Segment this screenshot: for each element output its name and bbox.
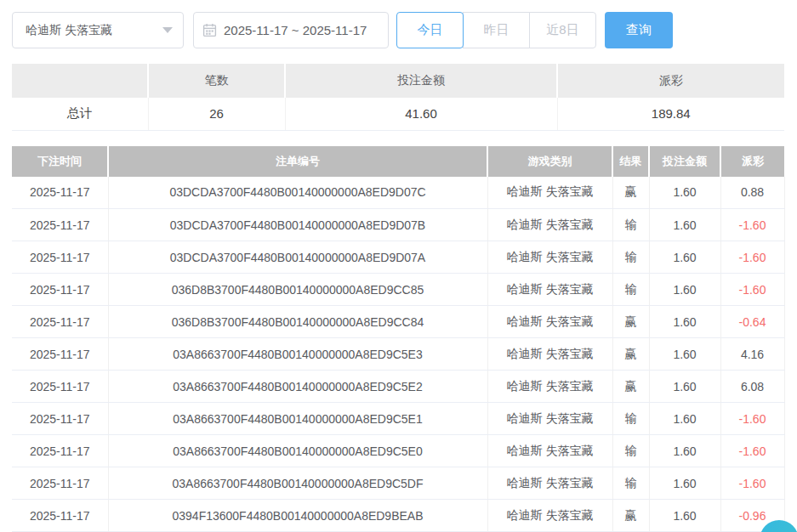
- cell-bet-time: 2025-11-17: [12, 371, 108, 403]
- cell-result: 赢: [612, 338, 649, 371]
- cell-result: 输: [612, 467, 649, 500]
- cell-bet-id: 03A8663700F4480B00140000000A8ED9C5E3: [108, 338, 487, 371]
- cell-result: 赢: [612, 306, 649, 338]
- cell-bet-id: 036D8B3700F4480B00140000000A8ED9CC84: [108, 306, 487, 338]
- cell-result: 输: [612, 209, 649, 241]
- summary-total-count: 26: [148, 98, 285, 130]
- cell-bet-amount: 1.60: [649, 371, 720, 403]
- table-row: 2025-11-17 03A8663700F4480B00140000000A8…: [12, 338, 784, 371]
- cell-bet-time: 2025-11-17: [12, 241, 108, 274]
- summary-header-bet-amount: 投注金额: [285, 64, 557, 98]
- cell-payout: -1.60: [720, 241, 784, 274]
- header-bet-amount: 投注金额: [649, 146, 720, 177]
- cell-game-type: 哈迪斯 失落宝藏: [487, 403, 612, 435]
- header-payout: 派彩: [720, 146, 784, 177]
- cell-payout: -1.60: [720, 467, 784, 500]
- cell-bet-time: 2025-11-17: [12, 403, 108, 435]
- cell-result: 输: [612, 403, 649, 435]
- cell-result: 输: [612, 241, 649, 274]
- cell-bet-amount: 1.60: [649, 274, 720, 306]
- summary-header-count: 笔数: [148, 64, 285, 98]
- table-row: 2025-11-17 03A8663700F4480B00140000000A8…: [12, 435, 784, 467]
- summary-total-bet-amount: 41.60: [285, 98, 557, 130]
- cell-game-type: 哈迪斯 失落宝藏: [487, 209, 612, 241]
- table-row: 2025-11-17 03DCDA3700F4480B00140000000A8…: [12, 209, 784, 241]
- header-bet-time: 下注时间: [12, 146, 108, 177]
- cell-payout: 6.08: [720, 371, 784, 403]
- cell-result: 赢: [612, 177, 649, 209]
- cell-bet-time: 2025-11-17: [12, 274, 108, 306]
- records-header-row: 下注时间 注单编号 游戏类别 结果 投注金额 派彩: [12, 146, 784, 177]
- chevron-down-icon: [162, 27, 173, 33]
- cell-payout: -0.64: [720, 306, 784, 338]
- query-button[interactable]: 查询: [605, 12, 673, 48]
- calendar-icon: [202, 23, 217, 37]
- cell-bet-amount: 1.60: [649, 209, 720, 241]
- today-button[interactable]: 今日: [396, 12, 464, 48]
- last-8-days-button[interactable]: 近8日: [529, 12, 596, 48]
- cell-game-type: 哈迪斯 失落宝藏: [487, 500, 612, 532]
- table-row: 2025-11-17 03A8663700F4480B00140000000A8…: [12, 403, 784, 435]
- table-row: 2025-11-17 0394F13600F4480B00140000000A8…: [12, 500, 784, 532]
- cell-game-type: 哈迪斯 失落宝藏: [487, 467, 612, 500]
- header-game-type: 游戏类别: [487, 146, 612, 177]
- cell-game-type: 哈迪斯 失落宝藏: [487, 306, 612, 338]
- date-range-value: 2025-11-17 ~ 2025-11-17: [224, 23, 367, 37]
- date-range-input[interactable]: 2025-11-17 ~ 2025-11-17: [193, 12, 389, 48]
- cell-bet-amount: 1.60: [649, 177, 720, 209]
- toolbar: 哈迪斯 失落宝藏 2025-11-17 ~ 2025-11-17 今日 昨日 近…: [12, 12, 785, 48]
- cell-bet-id: 03A8663700F4480B00140000000A8ED9C5E1: [108, 403, 487, 435]
- cell-bet-id: 03A8663700F4480B00140000000A8ED9C5E2: [108, 371, 487, 403]
- cell-bet-id: 036D8B3700F4480B00140000000A8ED9CC85: [108, 274, 487, 306]
- summary-header-row: 笔数 投注金额 派彩: [12, 64, 784, 98]
- cell-game-type: 哈迪斯 失落宝藏: [487, 338, 612, 371]
- cell-bet-time: 2025-11-17: [12, 435, 108, 467]
- quick-date-button-group: 今日 昨日 近8日: [396, 12, 596, 48]
- game-select-value: 哈迪斯 失落宝藏: [26, 23, 112, 38]
- summary-total-label: 总计: [12, 98, 148, 130]
- summary-table: 笔数 投注金额 派彩 总计 26 41.60 189.84: [12, 64, 784, 131]
- cell-bet-id: 0394F13600F4480B00140000000A8ED9BEAB: [108, 500, 487, 532]
- table-row: 2025-11-17 03DCDA3700F4480B00140000000A8…: [12, 177, 784, 209]
- cell-payout: -1.60: [720, 403, 784, 435]
- table-row: 2025-11-17 03DCDA3700F4480B00140000000A8…: [12, 241, 784, 274]
- cell-payout: 0.88: [720, 177, 784, 209]
- cell-bet-time: 2025-11-17: [12, 177, 108, 209]
- cell-game-type: 哈迪斯 失落宝藏: [487, 274, 612, 306]
- cell-payout: 4.16: [720, 338, 784, 371]
- header-result: 结果: [612, 146, 649, 177]
- yesterday-button[interactable]: 昨日: [463, 12, 530, 48]
- cell-game-type: 哈迪斯 失落宝藏: [487, 177, 612, 209]
- cell-bet-amount: 1.60: [649, 338, 720, 371]
- cell-game-type: 哈迪斯 失落宝藏: [487, 435, 612, 467]
- cell-bet-time: 2025-11-17: [12, 306, 108, 338]
- cell-bet-id: 03DCDA3700F4480B00140000000A8ED9D07C: [108, 177, 487, 209]
- cell-payout: -1.60: [720, 209, 784, 241]
- cell-result: 赢: [612, 371, 649, 403]
- header-bet-id: 注单编号: [108, 146, 487, 177]
- cell-game-type: 哈迪斯 失落宝藏: [487, 241, 612, 274]
- cell-bet-time: 2025-11-17: [12, 500, 108, 532]
- cell-bet-time: 2025-11-17: [12, 338, 108, 371]
- cell-bet-id: 03DCDA3700F4480B00140000000A8ED9D07A: [108, 241, 487, 274]
- cell-result: 输: [612, 274, 649, 306]
- cell-bet-time: 2025-11-17: [12, 209, 108, 241]
- table-row: 2025-11-17 036D8B3700F4480B00140000000A8…: [12, 306, 784, 338]
- cell-bet-amount: 1.60: [649, 435, 720, 467]
- cell-bet-amount: 1.60: [649, 403, 720, 435]
- cell-bet-id: 03A8663700F4480B00140000000A8ED9C5E0: [108, 435, 487, 467]
- cell-result: 输: [612, 435, 649, 467]
- summary-header-payout: 派彩: [557, 64, 784, 98]
- cell-bet-amount: 1.60: [649, 500, 720, 532]
- cell-bet-id: 03DCDA3700F4480B00140000000A8ED9D07B: [108, 209, 487, 241]
- table-row: 2025-11-17 036D8B3700F4480B00140000000A8…: [12, 274, 784, 306]
- summary-header-blank: [12, 64, 148, 98]
- cell-bet-amount: 1.60: [649, 467, 720, 500]
- cell-bet-amount: 1.60: [649, 241, 720, 274]
- summary-total-payout: 189.84: [557, 98, 784, 130]
- game-select[interactable]: 哈迪斯 失落宝藏: [12, 12, 184, 48]
- cell-payout: -1.60: [720, 435, 784, 467]
- cell-bet-id: 03A8663700F4480B00140000000A8ED9C5DF: [108, 467, 487, 500]
- table-row: 2025-11-17 03A8663700F4480B00140000000A8…: [12, 371, 784, 403]
- cell-bet-time: 2025-11-17: [12, 467, 108, 500]
